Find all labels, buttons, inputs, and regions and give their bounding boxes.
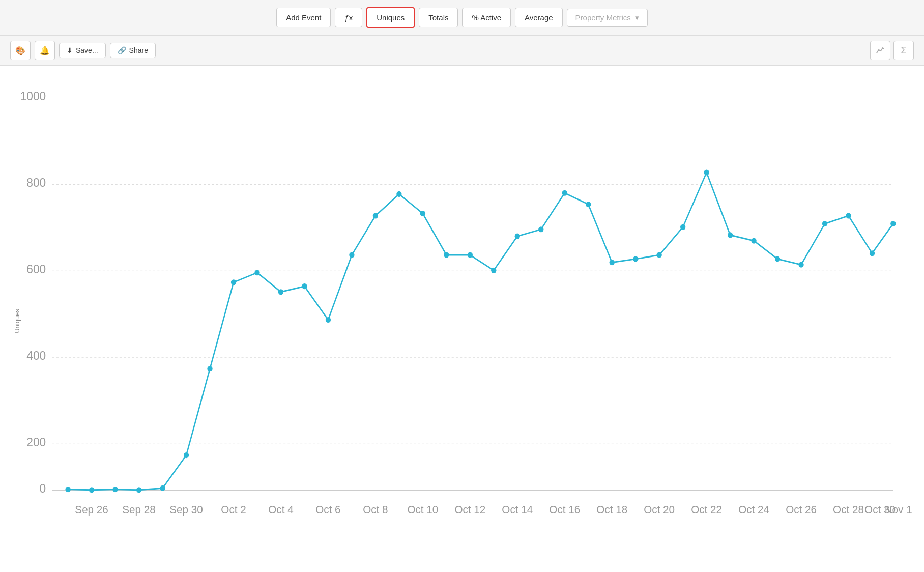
data-point[interactable] — [278, 289, 283, 295]
add-event-button[interactable]: Add Event — [276, 8, 331, 27]
svg-text:Oct 26: Oct 26 — [786, 503, 817, 516]
svg-text:Oct 28: Oct 28 — [833, 503, 864, 516]
data-point[interactable] — [349, 252, 354, 258]
top-toolbar: Add Event ƒx Uniques Totals % Active Ave… — [0, 0, 924, 36]
data-point[interactable] — [515, 234, 520, 239]
data-point[interactable] — [302, 283, 307, 289]
totals-button[interactable]: Totals — [419, 8, 458, 27]
data-point[interactable] — [136, 487, 141, 493]
svg-text:Oct 8: Oct 8 — [363, 503, 388, 516]
data-point[interactable] — [444, 252, 449, 258]
svg-text:Oct 6: Oct 6 — [315, 503, 340, 516]
data-point[interactable] — [538, 226, 543, 232]
svg-text:Sep
26: Sep 26 — [75, 503, 108, 516]
fx-button[interactable]: ƒx — [335, 8, 362, 27]
svg-text:Oct 20: Oct 20 — [644, 503, 675, 516]
data-point[interactable] — [468, 252, 473, 258]
data-point[interactable] — [586, 202, 591, 207]
palette-button[interactable]: 🎨 — [10, 41, 31, 60]
svg-text:Oct 22: Oct 22 — [691, 503, 722, 516]
line-chart-button[interactable] — [870, 41, 890, 60]
share-button[interactable]: 🔗 Share — [110, 43, 156, 58]
percent-active-button[interactable]: % Active — [462, 8, 511, 27]
svg-text:200: 200 — [26, 435, 46, 449]
data-point[interactable] — [207, 366, 212, 371]
data-point[interactable] — [775, 256, 780, 262]
svg-text:Oct 10: Oct 10 — [407, 503, 438, 516]
svg-text:600: 600 — [26, 262, 46, 276]
y-axis-label: Uniques — [13, 309, 21, 333]
data-point[interactable] — [798, 262, 803, 267]
data-point[interactable] — [751, 238, 756, 244]
svg-text:Nov 1: Nov 1 — [885, 503, 912, 516]
uniques-button[interactable]: Uniques — [366, 7, 415, 28]
svg-text:1000: 1000 — [20, 89, 46, 103]
svg-text:0: 0 — [40, 482, 46, 496]
data-point[interactable] — [680, 224, 685, 230]
data-point[interactable] — [562, 190, 567, 196]
data-point[interactable] — [657, 252, 662, 258]
data-point[interactable] — [326, 317, 331, 323]
svg-text:800: 800 — [26, 176, 46, 189]
svg-text:Sep
30: Sep 30 — [169, 503, 203, 516]
data-point[interactable] — [822, 221, 827, 226]
property-metrics-label: Property Metrics — [575, 13, 631, 22]
svg-text:Oct 12: Oct 12 — [454, 503, 485, 516]
save-icon: ⬇ — [67, 46, 73, 54]
data-point[interactable] — [870, 250, 875, 256]
data-point[interactable] — [65, 487, 70, 492]
data-point[interactable] — [610, 260, 615, 265]
svg-text:Oct 16: Oct 16 — [549, 503, 580, 516]
data-point[interactable] — [704, 169, 709, 175]
line-chart: 1000 800 600 400 200 0 Sep 26 Sep 28 Sep… — [10, 81, 904, 513]
line-chart-icon — [876, 46, 885, 55]
chart-container: Uniques 1000 800 600 400 200 0 Sep 26 Se… — [0, 66, 924, 572]
svg-text:Oct 4: Oct 4 — [268, 503, 293, 516]
data-point[interactable] — [890, 221, 896, 226]
chevron-down-icon: ▾ — [635, 13, 639, 22]
secondary-toolbar: 🎨 🔔 ⬇ Save... 🔗 Share Σ — [0, 36, 924, 66]
data-point[interactable] — [728, 232, 733, 238]
svg-text:Oct 24: Oct 24 — [738, 503, 769, 516]
data-point[interactable] — [112, 487, 118, 492]
right-toolbar: Σ — [870, 41, 914, 60]
data-point[interactable] — [254, 270, 259, 275]
data-point[interactable] — [491, 268, 496, 273]
data-point[interactable] — [231, 279, 236, 285]
data-point[interactable] — [396, 191, 401, 197]
share-icon: 🔗 — [118, 46, 126, 54]
data-point[interactable] — [184, 452, 189, 458]
data-point[interactable] — [420, 211, 425, 216]
svg-text:400: 400 — [26, 349, 46, 362]
svg-text:Oct 18: Oct 18 — [596, 503, 627, 516]
average-button[interactable]: Average — [515, 8, 563, 27]
sigma-button[interactable]: Σ — [893, 41, 914, 60]
data-point[interactable] — [633, 256, 638, 262]
svg-text:Oct 2: Oct 2 — [221, 503, 246, 516]
bell-button[interactable]: 🔔 — [35, 41, 55, 60]
data-point[interactable] — [160, 485, 165, 491]
save-button[interactable]: ⬇ Save... — [59, 43, 106, 58]
data-point[interactable] — [89, 487, 94, 493]
data-point[interactable] — [373, 213, 378, 218]
svg-text:Oct 14: Oct 14 — [502, 503, 533, 516]
data-point[interactable] — [846, 213, 851, 218]
svg-text:Sep
28: Sep 28 — [122, 503, 155, 516]
property-metrics-button[interactable]: Property Metrics ▾ — [567, 9, 648, 27]
chart-line — [68, 173, 893, 490]
chart-area: Uniques 1000 800 600 400 200 0 Sep 26 Se… — [10, 81, 904, 561]
